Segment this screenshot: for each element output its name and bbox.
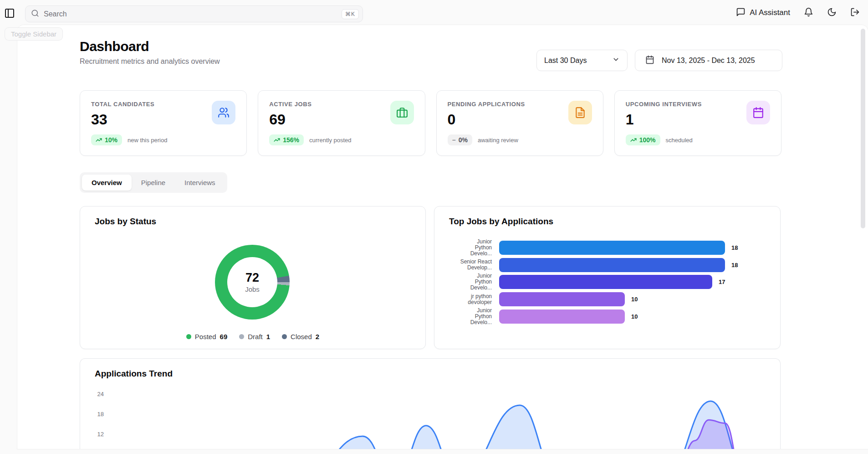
card-title: Jobs by Status xyxy=(95,217,156,227)
main-content-panel: Dashboard Recruitment metrics and analyt… xyxy=(17,25,868,449)
bar xyxy=(499,292,625,306)
page-subtitle: Recruitment metrics and analytics overvi… xyxy=(80,57,220,66)
stat-card-pending-applications: PENDING APPLICATIONS 0 − 0% awaiting rev… xyxy=(436,90,603,156)
legend-dot xyxy=(282,334,287,339)
header-controls: Last 30 Days Nov 13, 2025 - Dec 13, 2025 xyxy=(536,50,782,71)
calendar-icon xyxy=(645,55,654,66)
search-input[interactable] xyxy=(44,10,342,18)
legend-item-draft: Draft 1 xyxy=(239,333,270,340)
period-select-value: Last 30 Days xyxy=(544,57,587,65)
trend-up-icon xyxy=(274,137,280,143)
bar-row: jr python devoloper 10 xyxy=(434,291,780,308)
legend-label: Closed xyxy=(291,333,312,340)
bar-value: 10 xyxy=(631,296,638,303)
bar-label: Junior Python Develo... xyxy=(434,239,492,257)
file-text-icon xyxy=(568,101,592,124)
vertical-scrollbar-thumb[interactable] xyxy=(861,29,865,228)
trend-up-icon xyxy=(96,137,102,143)
sidebar-toggle-button[interactable] xyxy=(4,8,15,20)
stats-row: TOTAL CANDIDATES 33 − 10% new this perio… xyxy=(80,90,781,156)
search-shortcut-badge: ⌘K xyxy=(342,9,359,19)
moon-icon xyxy=(827,7,837,18)
users-icon xyxy=(212,101,235,124)
stat-card-total-candidates: TOTAL CANDIDATES 33 − 10% new this perio… xyxy=(80,90,247,156)
tab-interviews[interactable]: Interviews xyxy=(175,175,225,191)
trend-badge-value: 156% xyxy=(283,136,299,144)
top-jobs-card: Top Jobs by Applications Junior Python D… xyxy=(434,206,781,349)
bar-row: Senior React Develop... 18 xyxy=(434,257,780,274)
bar-row: Junior Python Develo... 17 xyxy=(434,273,780,291)
stat-description: new this period xyxy=(128,137,167,144)
bar-chart: Junior Python Develo... 18 Senior React … xyxy=(434,239,780,325)
stat-description: currently posted xyxy=(309,137,352,144)
bar-value: 18 xyxy=(731,262,738,268)
donut-chart: 72 Jobs xyxy=(215,245,290,320)
legend-dot xyxy=(239,334,244,339)
period-select[interactable]: Last 30 Days xyxy=(536,50,628,71)
briefcase-icon xyxy=(390,101,414,124)
bar xyxy=(499,310,625,324)
legend-label: Posted xyxy=(195,333,216,340)
chevron-down-icon xyxy=(612,56,620,65)
bar-value: 18 xyxy=(731,244,738,251)
app-screen: ⌘K AI Assistant xyxy=(0,0,868,454)
bar-label: Senior React Develop... xyxy=(434,259,492,271)
card-title: Top Jobs by Applications xyxy=(449,217,553,227)
stat-card-upcoming-interviews: UPCOMING INTERVIEWS 1 − 100% scheduled xyxy=(614,90,781,156)
applications-trend-card: Applications Trend 24 18 12 xyxy=(80,358,781,449)
legend-label: Draft xyxy=(248,333,263,340)
bar-label: Junior Python Develo... xyxy=(434,308,492,325)
page-header: Dashboard Recruitment metrics and analyt… xyxy=(80,39,220,66)
search-bar[interactable]: ⌘K xyxy=(25,5,363,22)
tab-overview[interactable]: Overview xyxy=(82,175,132,191)
bar-label: Junior Python Develo... xyxy=(434,273,492,291)
trend-badge: − 0% xyxy=(448,134,472,145)
panel-left-icon xyxy=(4,13,15,20)
stat-description: awaiting review xyxy=(478,137,518,144)
stat-description: scheduled xyxy=(666,137,693,144)
date-range-value: Nov 13, 2025 - Dec 13, 2025 xyxy=(662,57,755,65)
trend-area-chart xyxy=(80,359,781,449)
chat-bubble-icon xyxy=(736,7,745,18)
date-range-button[interactable]: Nov 13, 2025 - Dec 13, 2025 xyxy=(635,50,782,71)
donut-legend: Posted 69 Draft 1 Closed 2 xyxy=(80,333,425,340)
bar-row: Junior Python Develo... 18 xyxy=(434,239,780,257)
trend-badge-value: 10% xyxy=(105,136,117,144)
ai-assistant-label: AI Assistant xyxy=(750,8,790,17)
bell-icon xyxy=(804,7,813,18)
bar xyxy=(499,258,725,272)
trend-up-icon xyxy=(630,137,637,143)
donut-center-value: 72 xyxy=(245,271,259,284)
jobs-by-status-card: Jobs by Status 72 Jobs Posted 69 Draft 1 xyxy=(80,206,426,349)
ai-assistant-button[interactable]: AI Assistant xyxy=(736,7,790,18)
bar-value: 10 xyxy=(631,313,638,320)
bar xyxy=(499,241,725,255)
bar-label: jr python devoloper xyxy=(434,294,492,305)
logout-button[interactable] xyxy=(850,7,860,18)
legend-item-closed: Closed 2 xyxy=(282,333,319,340)
trend-badge-value: 0% xyxy=(459,136,468,144)
legend-dot xyxy=(186,334,191,339)
trend-badge: − 100% xyxy=(626,134,660,145)
trend-badge: − 10% xyxy=(91,134,122,145)
top-bar-actions: AI Assistant xyxy=(736,0,860,25)
tab-pipeline[interactable]: Pipeline xyxy=(132,175,175,191)
bar-value: 17 xyxy=(719,279,725,285)
donut-center-label: Jobs xyxy=(245,285,260,293)
logout-icon xyxy=(850,7,860,18)
legend-item-posted: Posted 69 xyxy=(186,333,227,340)
calendar-icon xyxy=(746,101,770,124)
bar-row: Junior Python Develo... 10 xyxy=(434,308,780,325)
legend-value: 2 xyxy=(316,333,319,340)
dark-mode-toggle-button[interactable] xyxy=(827,7,837,18)
trend-badge-value: 100% xyxy=(639,136,656,144)
legend-value: 69 xyxy=(220,333,228,340)
search-icon xyxy=(31,9,39,19)
legend-value: 1 xyxy=(266,333,270,340)
top-bar: ⌘K AI Assistant xyxy=(0,0,868,25)
trend-badge: − 156% xyxy=(269,134,304,145)
page-title: Dashboard xyxy=(80,39,220,54)
bar xyxy=(499,275,712,289)
notifications-button[interactable] xyxy=(804,7,813,18)
sidebar-toggle-tooltip: Toggle Sidebar xyxy=(5,27,63,41)
